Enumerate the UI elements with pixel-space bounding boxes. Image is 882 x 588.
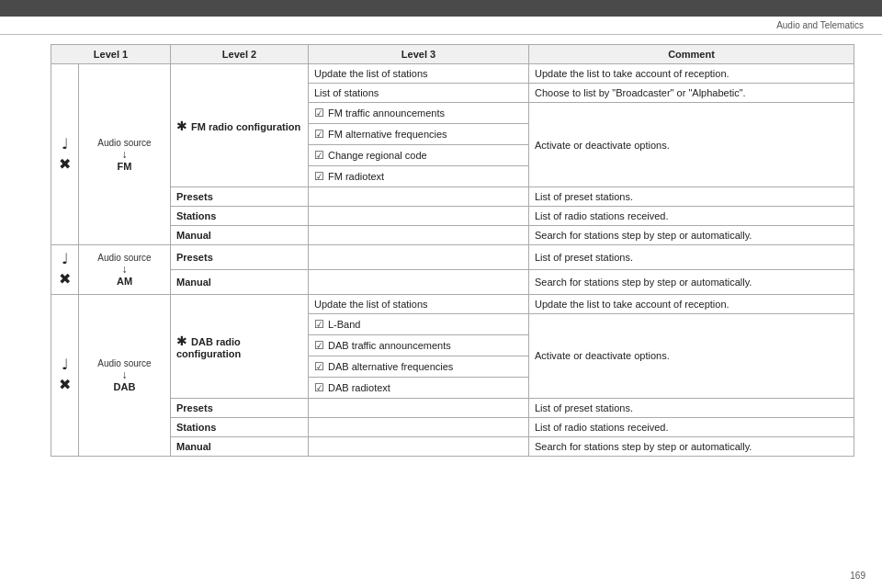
- source-icon-cell: ♩✖: [51, 245, 79, 295]
- level3-cell: [309, 398, 529, 417]
- level2-cell: Presets: [171, 398, 309, 417]
- level3-cell: ☑L-Band: [309, 313, 529, 334]
- level3-cell: [309, 226, 529, 245]
- level2-cell: Presets: [171, 245, 309, 270]
- comment-cell: List of preset stations.: [529, 398, 854, 417]
- page: Audio and Telematics Level 1 Level 2 Lev…: [0, 0, 882, 588]
- comment-cell: List of preset stations.: [529, 245, 854, 270]
- source-label-cell: Audio source ↓ AM: [79, 245, 171, 295]
- level2-cell: Stations: [171, 207, 309, 226]
- level2-cell: Manual: [171, 226, 309, 245]
- header-level3: Level 3: [309, 45, 529, 64]
- page-title: Audio and Telematics: [0, 17, 882, 35]
- source-label-cell: Audio source ↓ DAB: [79, 294, 171, 456]
- comment-cell: Choose to list by "Broadcaster" or "Alph…: [529, 84, 854, 103]
- level3-cell: ☑FM radiotext: [309, 166, 529, 187]
- main-table: Level 1 Level 2 Level 3 Comment ♩✖Audio …: [51, 44, 854, 457]
- comment-cell: List of preset stations.: [529, 187, 854, 207]
- comment-cell: List of radio stations received.: [529, 207, 854, 226]
- comment-cell: List of radio stations received.: [529, 417, 854, 436]
- header-level2: Level 2: [171, 45, 309, 64]
- source-label-cell: Audio source ↓ FM: [79, 64, 171, 245]
- content-area: Level 1 Level 2 Level 3 Comment ♩✖Audio …: [0, 35, 882, 466]
- level2-cell: Manual: [171, 269, 309, 294]
- source-icon-cell: ♩✖: [51, 64, 79, 245]
- level2-cell: Stations: [171, 417, 309, 436]
- level3-cell: ☑Change regional code: [309, 145, 529, 166]
- comment-cell: Search for stations step by step or auto…: [529, 269, 854, 294]
- comment-cell: Update the list to take account of recep…: [529, 294, 854, 313]
- level3-cell: [309, 436, 529, 456]
- level3-cell: ☑FM traffic announcements: [309, 103, 529, 124]
- comment-cell: Search for stations step by step or auto…: [529, 436, 854, 456]
- comment-cell-merged: Activate or deactivate options.: [529, 313, 854, 398]
- level3-cell: [309, 187, 529, 207]
- level3-cell: Update the list of stations: [309, 64, 529, 84]
- level3-cell: [309, 269, 529, 294]
- level3-cell: [309, 245, 529, 270]
- header-bar: [0, 0, 882, 17]
- header-comment: Comment: [529, 45, 854, 64]
- comment-cell: Update the list to take account of recep…: [529, 64, 854, 84]
- comment-cell-merged: Activate or deactivate options.: [529, 103, 854, 187]
- level3-cell: [309, 207, 529, 226]
- page-number: 169: [850, 571, 865, 581]
- level3-cell: List of stations: [309, 84, 529, 103]
- source-icon-cell: ♩✖: [51, 294, 79, 456]
- header-level1: Level 1: [51, 45, 171, 64]
- level2-cell: ✱DAB radio configuration: [171, 294, 309, 398]
- level2-cell: Manual: [171, 436, 309, 456]
- level3-cell: ☑FM alternative frequencies: [309, 124, 529, 145]
- level3-cell: ☑DAB radiotext: [309, 377, 529, 398]
- level3-cell: ☑DAB alternative frequencies: [309, 356, 529, 377]
- comment-cell: Search for stations step by step or auto…: [529, 226, 854, 245]
- level3-cell: Update the list of stations: [309, 294, 529, 313]
- level3-cell: [309, 417, 529, 436]
- level2-cell: ✱FM radio configuration: [171, 64, 309, 187]
- level3-cell: ☑DAB traffic announcements: [309, 334, 529, 356]
- level2-cell: Presets: [171, 187, 309, 207]
